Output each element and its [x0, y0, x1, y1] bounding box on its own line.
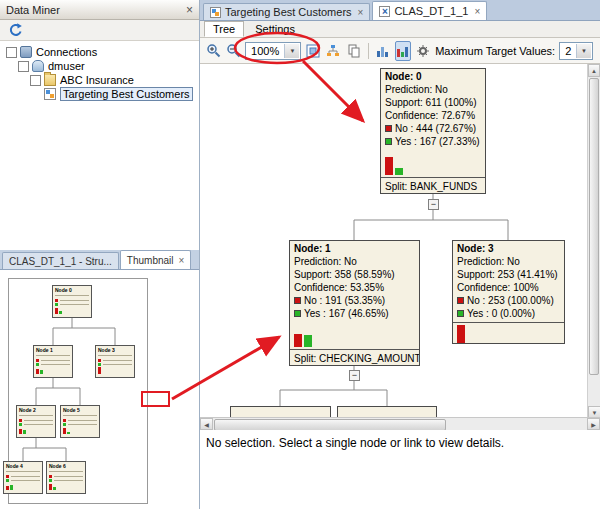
thumbnail-node-0[interactable]: Node 0	[52, 285, 92, 318]
thumbnail-node-6[interactable]: Node 6	[46, 461, 86, 494]
tree-node-1[interactable]: Node: 1 Prediction: No Support: 358 (58.…	[289, 240, 420, 366]
tree-item-dmuser[interactable]: dmuser	[0, 59, 199, 73]
max-target-values-select[interactable]: 2	[559, 42, 593, 60]
histogram-yes-bar	[40, 370, 43, 374]
tab-targeting-best-customers[interactable]: Targeting Best Customers	[203, 3, 370, 20]
percentage-view-button[interactable]	[395, 41, 411, 61]
histogram-icon	[376, 44, 390, 58]
connections-icon	[20, 46, 32, 58]
database-user-icon	[32, 60, 44, 72]
tree-item-label: dmuser	[48, 60, 85, 72]
node-no-label: No : 253 (100.00%)	[467, 294, 554, 307]
thumbnail-node-2[interactable]: Node 2	[16, 405, 56, 438]
histogram-yes-bar	[53, 487, 56, 490]
vertical-scrollbar[interactable]	[587, 64, 600, 419]
close-icon[interactable]	[179, 255, 185, 266]
data-miner-panel-header: Data Miner	[0, 0, 199, 20]
mini-histogram	[98, 367, 132, 374]
no-color-swatch	[98, 359, 101, 362]
editor-column: Targeting Best Customers CLAS_DT_1_1 Tre…	[200, 0, 600, 509]
settings-button[interactable]	[415, 41, 431, 61]
text-line	[103, 360, 132, 361]
tab-thumbnail[interactable]: Thumbnail	[120, 250, 192, 269]
zoom-in-icon	[206, 43, 221, 58]
node-confidence: Confidence: 100%	[453, 281, 564, 294]
no-color-swatch	[19, 419, 22, 422]
mini-histogram	[63, 427, 97, 434]
tab-label: CLAS_DT_1_1	[394, 5, 468, 17]
tree-layout-icon	[326, 44, 340, 58]
zoom-out-icon	[226, 43, 241, 58]
text-line	[19, 415, 53, 416]
scroll-up-button[interactable]	[588, 64, 600, 77]
tree-viewer-toolbar: 100%	[200, 38, 600, 64]
workflow-icon	[210, 7, 221, 18]
tab-label: Thumbnail	[127, 255, 174, 266]
thumbnail-canvas[interactable]: Node 0 Node 1 Node 3	[0, 270, 199, 509]
collapse-handle-icon[interactable]	[18, 61, 29, 72]
tab-structure[interactable]: CLAS_DT_1_1 - Stru...	[2, 252, 119, 269]
vertical-scroll-thumb[interactable]	[589, 78, 599, 375]
yes-color-swatch	[36, 363, 39, 366]
collapse-node-button[interactable]	[349, 370, 360, 381]
tree-node-3[interactable]: Node: 3 Prediction: No Support: 253 (41.…	[452, 240, 565, 344]
mini-legend-yes	[6, 478, 40, 482]
text-line	[54, 480, 83, 481]
close-icon[interactable]	[186, 4, 193, 16]
thumbnail-node-3[interactable]: Node 3	[95, 345, 135, 378]
model-viewer-icon	[379, 6, 390, 17]
close-icon[interactable]	[358, 7, 364, 18]
yes-color-swatch	[49, 479, 52, 482]
no-color-swatch	[49, 475, 52, 478]
subtab-settings[interactable]: Settings	[246, 21, 304, 37]
histogram-no-bar	[36, 369, 39, 374]
node-no-label: No : 444 (72.67%)	[395, 122, 476, 135]
collapse-handle-icon[interactable]	[30, 75, 41, 86]
max-target-values-label: Maximum Target Values:	[435, 45, 555, 57]
zoom-out-button[interactable]	[225, 41, 241, 61]
text-line	[41, 364, 70, 365]
collapse-handle-icon[interactable]	[6, 47, 17, 58]
data-miner-toolbar	[0, 20, 199, 41]
thumbnail-node-label: Node 4	[6, 463, 40, 469]
node-yes-label: Yes : 0 (0.00%)	[467, 307, 535, 320]
node-no-row: No : 444 (72.67%)	[381, 122, 485, 135]
horizontal-scrollbar[interactable]	[200, 417, 600, 430]
subtab-tree[interactable]: Tree	[204, 21, 244, 37]
fit-to-window-icon	[306, 44, 320, 58]
tree-item-connections[interactable]: Connections	[0, 45, 199, 59]
tree-node-0[interactable]: Node: 0 Prediction: No Support: 611 (100…	[380, 68, 486, 194]
fit-to-window-button[interactable]	[305, 41, 321, 61]
copy-button[interactable]	[346, 41, 362, 61]
tab-clas-dt-1-1[interactable]: CLAS_DT_1_1	[372, 1, 487, 20]
thumbnail-node-label: Node 0	[55, 287, 89, 293]
node-yes-row: Yes : 167 (27.33%)	[381, 135, 485, 148]
layout-button[interactable]	[325, 41, 341, 61]
node-support: Support: 253 (41.41%)	[453, 268, 564, 281]
scroll-left-button[interactable]	[200, 418, 213, 430]
gear-icon	[416, 44, 430, 58]
collapse-node-button[interactable]	[428, 199, 439, 210]
zoom-level-select[interactable]: 100%	[245, 42, 301, 60]
tree-item-targeting-best-customers[interactable]: Targeting Best Customers	[0, 87, 199, 101]
scroll-right-button[interactable]	[587, 418, 600, 430]
thumbnail-node-1[interactable]: Node 1	[33, 345, 73, 378]
close-icon[interactable]	[474, 6, 480, 17]
histogram-no-bar	[19, 429, 22, 434]
refresh-button[interactable]	[5, 20, 25, 40]
tree-item-abc-insurance[interactable]: ABC Insurance	[0, 73, 199, 87]
chevron-down-icon[interactable]	[576, 44, 591, 58]
thumbnail-node-4[interactable]: Node 4	[3, 461, 43, 494]
node-confidence: Confidence: 72.67%	[381, 109, 485, 122]
chevron-down-icon[interactable]	[284, 44, 299, 58]
decision-tree-canvas[interactable]: Node: 0 Prediction: No Support: 611 (100…	[200, 64, 600, 419]
text-line	[55, 295, 89, 296]
yes-color-swatch	[6, 479, 9, 482]
zoom-in-button[interactable]	[205, 41, 221, 61]
node-yes-row: Yes : 167 (46.65%)	[290, 307, 419, 320]
thumbnail-node-label: Node 6	[49, 463, 83, 469]
histogram-view-button[interactable]	[375, 41, 391, 61]
thumbnail-node-5[interactable]: Node 5	[60, 405, 100, 438]
copy-icon	[347, 44, 361, 58]
project-folder-icon	[44, 74, 56, 86]
